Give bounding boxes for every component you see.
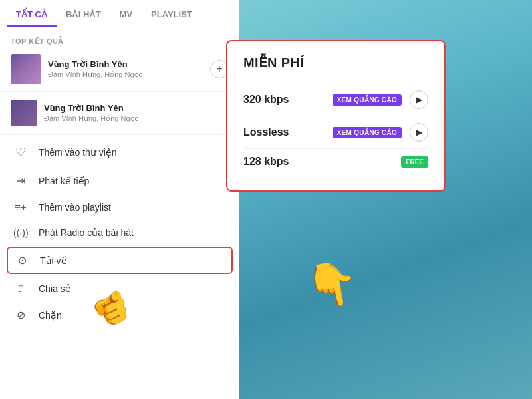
quality-row-320kbps[interactable]: 320 kbps XEM QUẢNG CÁO ▶ xyxy=(243,84,428,116)
menu-item-them-vao-thu-vien[interactable]: ♡ Thêm vào thư viện xyxy=(0,138,239,167)
badge-free-128: FREE xyxy=(401,156,428,168)
second-song-row[interactable]: Vùng Trời Bình Yên Đàm Vĩnh Hưng, Hồng N… xyxy=(0,94,239,132)
second-song-artist: Đàm Vĩnh Hưng, Hồng Ngọc xyxy=(44,114,229,123)
quality-row-lossless[interactable]: Lossless XEM QUẢNG CÁO ▶ xyxy=(243,116,428,149)
menu-label-them-vao-thu-vien: Thêm vào thư viện xyxy=(39,147,117,158)
block-icon: ⊘ xyxy=(13,309,28,321)
menu-label-chan: Chặn xyxy=(39,310,62,321)
top-song-artist: Đàm Vĩnh Hưng, Hồng Ngọc xyxy=(48,70,203,79)
quality-name-128kbps: 128 kbps xyxy=(243,156,396,168)
menu-item-tai-ve[interactable]: ⊙ Tải về xyxy=(7,247,233,274)
quality-popup: MIỄN PHÍ 320 kbps XEM QUẢNG CÁO ▶ Lossle… xyxy=(226,40,446,192)
download-icon: ⊙ xyxy=(15,254,29,267)
top-song-info: Vùng Trời Bình Yên Đàm Vĩnh Hưng, Hồng N… xyxy=(48,59,203,79)
heart-icon: ♡ xyxy=(13,145,28,160)
left-panel: TẤT CẢ BÀI HÁT MV PLAYLIST TOP KẾT QUẢ V… xyxy=(0,0,239,399)
top-song-title: Vùng Trời Bình Yên xyxy=(48,59,203,69)
second-song-title: Vùng Trời Bình Yên xyxy=(44,103,229,113)
quality-name-320kbps: 320 kbps xyxy=(243,94,327,106)
menu-label-tai-ve: Tải về xyxy=(40,255,67,266)
second-song-info: Vùng Trời Bình Yên Đàm Vĩnh Hưng, Hồng N… xyxy=(44,103,229,123)
menu-label-chia-se: Chia sẻ xyxy=(39,283,71,294)
divider-1 xyxy=(0,91,239,92)
top-song-row[interactable]: Vùng Trời Bình Yên Đàm Vĩnh Hưng, Hồng N… xyxy=(0,50,239,88)
play-button-320kbps[interactable]: ▶ xyxy=(410,90,428,109)
top-song-thumbnail xyxy=(11,54,41,84)
share-icon: ⤴ xyxy=(13,283,28,294)
play-button-lossless[interactable]: ▶ xyxy=(410,123,428,142)
menu-label-phat-radio: Phát Radio của bài hát xyxy=(39,227,134,238)
tab-tat-ca[interactable]: TẤT CẢ xyxy=(7,3,57,26)
popup-title: MIỄN PHÍ xyxy=(243,55,428,70)
menu-label-phat-ke-tiep: Phát kế tiếp xyxy=(39,176,89,186)
badge-xem-quang-cao-lossless[interactable]: XEM QUẢNG CÁO xyxy=(332,127,402,138)
divider-2 xyxy=(0,134,239,135)
menu-label-them-vao-playlist: Thêm vào playlist xyxy=(39,202,111,213)
pointing-hand-right: 👇 xyxy=(302,255,363,314)
top-result-label: TOP KẾT QUẢ xyxy=(0,29,239,50)
quality-row-128kbps[interactable]: 128 kbps FREE xyxy=(243,149,428,174)
menu-item-phat-radio[interactable]: ((·)) Phát Radio của bài hát xyxy=(0,220,239,245)
quality-name-lossless: Lossless xyxy=(243,126,327,138)
radio-icon: ((·)) xyxy=(13,227,28,238)
tabs-bar: TẤT CẢ BÀI HÁT MV PLAYLIST xyxy=(0,0,239,29)
second-song-thumbnail xyxy=(11,100,37,126)
tab-bai-hat[interactable]: BÀI HÁT xyxy=(57,3,110,26)
tab-playlist[interactable]: PLAYLIST xyxy=(142,3,201,26)
next-icon: ⇥ xyxy=(13,174,28,187)
tab-mv[interactable]: MV xyxy=(110,3,142,26)
menu-item-them-vao-playlist[interactable]: ≡+ Thêm vào playlist xyxy=(0,194,239,220)
badge-xem-quang-cao-320[interactable]: XEM QUẢNG CÁO xyxy=(332,94,402,106)
playlist-add-icon: ≡+ xyxy=(13,201,28,213)
menu-item-phat-ke-tiep[interactable]: ⇥ Phát kế tiếp xyxy=(0,167,239,194)
